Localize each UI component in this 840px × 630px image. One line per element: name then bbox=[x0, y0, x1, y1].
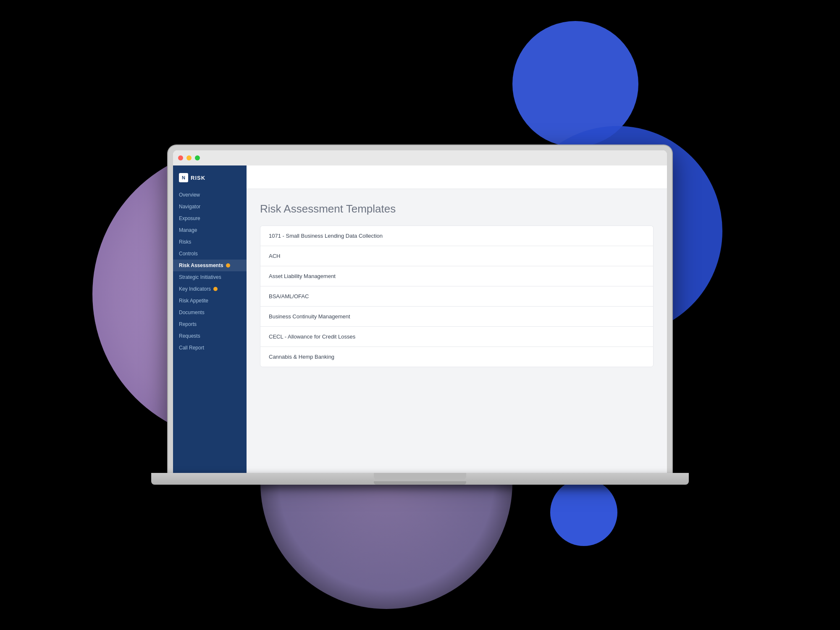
top-bar bbox=[173, 150, 667, 165]
template-item[interactable]: Asset Liability Management bbox=[260, 266, 654, 286]
nav-badge bbox=[213, 287, 218, 291]
sidebar-item-key-indicators[interactable]: Key Indicators bbox=[173, 283, 247, 295]
sidebar-item-label: Risk Assessments bbox=[179, 262, 223, 268]
sidebar-item-label: Requests bbox=[179, 333, 200, 339]
bg-circle-blue-top-right bbox=[512, 21, 638, 147]
traffic-light-yellow[interactable] bbox=[186, 155, 192, 160]
app-logo-icon: N bbox=[179, 173, 188, 182]
sidebar-item-label: Call Report bbox=[179, 345, 204, 351]
traffic-light-red[interactable] bbox=[178, 155, 183, 160]
laptop-wrapper: N RISK OverviewNavigatorExposureManageRi… bbox=[151, 145, 689, 485]
sidebar-item-overview[interactable]: Overview bbox=[173, 189, 247, 201]
template-item[interactable]: CECL - Allowance for Credit Losses bbox=[260, 326, 654, 346]
bg-circle-blue-small-bottom bbox=[550, 479, 617, 546]
sidebar-item-strategic-initiatives[interactable]: Strategic Initiatives bbox=[173, 271, 247, 283]
page-title: Risk Assessment Templates bbox=[247, 189, 667, 226]
sidebar-item-manage[interactable]: Manage bbox=[173, 224, 247, 236]
sidebar-item-documents[interactable]: Documents bbox=[173, 307, 247, 318]
sidebar-item-label: Key Indicators bbox=[179, 286, 211, 292]
nav-badge bbox=[226, 263, 230, 268]
sidebar: N RISK OverviewNavigatorExposureManageRi… bbox=[173, 165, 247, 473]
sidebar-item-label: Exposure bbox=[179, 215, 200, 221]
sidebar-item-label: Controls bbox=[179, 251, 198, 257]
main-content: Risk Assessment Templates 1071 - Small B… bbox=[247, 165, 667, 473]
app-logo-text: RISK bbox=[191, 175, 205, 181]
sidebar-item-call-report[interactable]: Call Report bbox=[173, 342, 247, 354]
sidebar-item-risk-appetite[interactable]: Risk Appetite bbox=[173, 295, 247, 307]
sidebar-item-controls[interactable]: Controls bbox=[173, 248, 247, 260]
template-item[interactable]: ACH bbox=[260, 246, 654, 266]
logo-area: N RISK bbox=[173, 169, 247, 189]
sidebar-item-navigator[interactable]: Navigator bbox=[173, 201, 247, 213]
sidebar-item-exposure[interactable]: Exposure bbox=[173, 213, 247, 224]
template-item[interactable]: Cannabis & Hemp Banking bbox=[260, 346, 654, 367]
sidebar-item-label: Reports bbox=[179, 321, 197, 327]
laptop-screen: N RISK OverviewNavigatorExposureManageRi… bbox=[168, 145, 672, 473]
sidebar-item-label: Manage bbox=[179, 227, 197, 233]
screen-inner: N RISK OverviewNavigatorExposureManageRi… bbox=[173, 150, 667, 473]
template-item[interactable]: 1071 - Small Business Lending Data Colle… bbox=[260, 226, 654, 246]
templates-list: 1071 - Small Business Lending Data Colle… bbox=[247, 226, 667, 381]
laptop-base bbox=[151, 473, 689, 485]
sidebar-item-label: Documents bbox=[179, 310, 205, 315]
sidebar-item-label: Risks bbox=[179, 239, 191, 245]
sidebar-item-risks[interactable]: Risks bbox=[173, 236, 247, 248]
sidebar-item-label: Strategic Initiatives bbox=[179, 274, 221, 280]
app-container: N RISK OverviewNavigatorExposureManageRi… bbox=[173, 165, 667, 473]
laptop-notch bbox=[374, 473, 466, 480]
sidebar-item-requests[interactable]: Requests bbox=[173, 330, 247, 342]
template-item[interactable]: Business Continuity Management bbox=[260, 306, 654, 326]
template-item[interactable]: BSA/AML/OFAC bbox=[260, 286, 654, 306]
nav-list: OverviewNavigatorExposureManageRisksCont… bbox=[173, 189, 247, 354]
sidebar-item-risk-assessments[interactable]: Risk Assessments bbox=[173, 260, 247, 271]
sidebar-item-label: Overview bbox=[179, 192, 200, 198]
traffic-light-green[interactable] bbox=[195, 155, 200, 160]
sidebar-item-label: Risk Appetite bbox=[179, 298, 208, 304]
sidebar-item-reports[interactable]: Reports bbox=[173, 318, 247, 330]
sidebar-item-label: Navigator bbox=[179, 204, 200, 210]
main-header bbox=[247, 165, 667, 189]
